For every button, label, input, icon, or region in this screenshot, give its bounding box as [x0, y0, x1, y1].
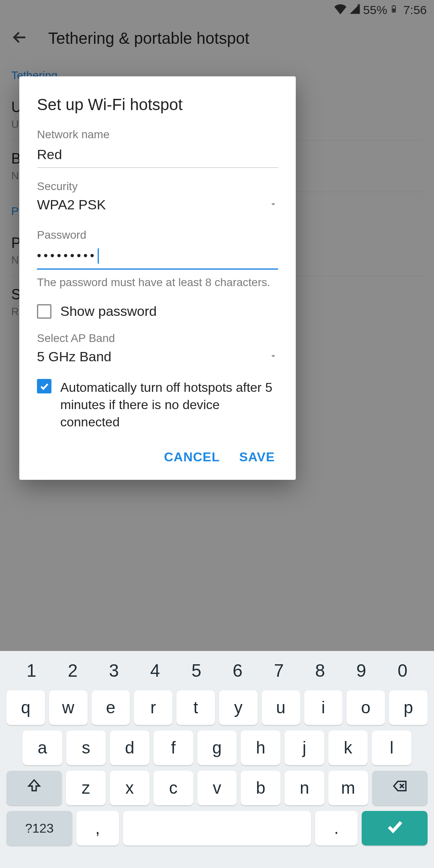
auto-off-row[interactable]: Automatically turn off hotspots after 5 … [37, 375, 278, 435]
password-field: Password ••••••••• [37, 229, 278, 270]
key-v[interactable]: v [197, 771, 237, 805]
password-value: ••••••••• [37, 249, 97, 262]
key-symbols[interactable]: ?123 [6, 811, 72, 845]
key-period[interactable]: . [315, 811, 357, 845]
password-label: Password [37, 229, 278, 242]
kb-row-bottom: ?123 , . [4, 811, 430, 845]
key-k[interactable]: k [328, 731, 368, 765]
auto-off-label: Automatically turn off hotspots after 5 … [60, 379, 278, 431]
key-j[interactable]: j [285, 731, 324, 765]
password-input[interactable]: ••••••••• [37, 243, 278, 270]
network-name-label: Network name [37, 128, 278, 141]
key-m[interactable]: m [328, 771, 368, 805]
password-hint: The password must have at least 8 charac… [37, 276, 278, 289]
key-h[interactable]: h [241, 731, 280, 765]
key-space[interactable] [123, 811, 311, 845]
backspace-icon [392, 778, 408, 798]
key-5[interactable]: 5 [178, 657, 215, 685]
key-s[interactable]: s [66, 731, 106, 765]
key-y[interactable]: y [219, 690, 258, 725]
key-0[interactable]: 0 [384, 657, 421, 685]
show-password-checkbox[interactable] [37, 304, 51, 319]
keyboard: 1 2 3 4 5 6 7 8 9 0 q w e r t y u i o p … [0, 651, 434, 868]
security-label: Security [37, 180, 278, 193]
dialog-actions: CANCEL SAVE [37, 435, 278, 469]
text-cursor [98, 248, 99, 264]
network-name-input[interactable] [37, 143, 278, 168]
key-w[interactable]: w [49, 690, 88, 725]
key-8[interactable]: 8 [301, 657, 339, 685]
key-l[interactable]: l [372, 731, 411, 765]
cancel-button[interactable]: CANCEL [164, 450, 220, 465]
auto-off-checkbox[interactable] [37, 379, 51, 393]
key-3[interactable]: 3 [95, 657, 133, 685]
key-p[interactable]: p [389, 690, 428, 725]
key-1[interactable]: 1 [13, 657, 50, 685]
key-q[interactable]: q [6, 690, 45, 725]
key-r[interactable]: r [134, 690, 172, 725]
key-t[interactable]: t [176, 690, 215, 725]
key-g[interactable]: g [197, 731, 237, 765]
chevron-down-icon [268, 351, 278, 362]
key-b[interactable]: b [241, 771, 280, 805]
key-c[interactable]: c [154, 771, 193, 805]
key-o[interactable]: o [346, 690, 385, 725]
key-x[interactable]: x [110, 771, 149, 805]
ap-band-value: 5 GHz Band [37, 349, 111, 364]
shift-icon [26, 778, 42, 798]
key-f[interactable]: f [154, 731, 193, 765]
key-u[interactable]: u [262, 690, 300, 725]
kb-row-asdf: a s d f g h j k l [4, 731, 430, 765]
kb-number-row: 1 2 3 4 5 6 7 8 9 0 [4, 657, 430, 685]
key-d[interactable]: d [110, 731, 149, 765]
hotspot-dialog: Set up Wi-Fi hotspot Network name Securi… [19, 76, 296, 480]
security-value: WPA2 PSK [37, 197, 106, 213]
chevron-down-icon [268, 199, 278, 211]
kb-row-zxcv: z x c v b n m [4, 771, 430, 805]
key-backspace[interactable] [372, 771, 428, 805]
ap-band-label: Select AP Band [37, 332, 278, 345]
key-4[interactable]: 4 [137, 657, 174, 685]
key-comma[interactable]: , [76, 811, 119, 845]
security-select[interactable]: WPA2 PSK [37, 194, 278, 217]
key-z[interactable]: z [66, 771, 106, 805]
key-shift[interactable] [6, 771, 62, 805]
key-a[interactable]: a [23, 731, 62, 765]
ap-band-select[interactable]: 5 GHz Band [37, 346, 278, 368]
key-2[interactable]: 2 [54, 657, 92, 685]
key-9[interactable]: 9 [343, 657, 380, 685]
show-password-label: Show password [60, 303, 278, 319]
key-e[interactable]: e [92, 690, 130, 725]
security-field: Security WPA2 PSK [37, 180, 278, 217]
dialog-title: Set up Wi-Fi hotspot [37, 96, 278, 114]
key-enter[interactable] [362, 811, 428, 845]
show-password-row[interactable]: Show password [37, 299, 278, 323]
ap-band-field: Select AP Band 5 GHz Band [37, 332, 278, 368]
check-icon [385, 817, 404, 840]
kb-row-qwerty: q w e r t y u i o p [4, 690, 430, 725]
key-6[interactable]: 6 [219, 657, 256, 685]
network-name-field: Network name [37, 128, 278, 168]
save-button[interactable]: SAVE [239, 450, 275, 465]
key-n[interactable]: n [285, 771, 324, 805]
key-i[interactable]: i [304, 690, 343, 725]
key-7[interactable]: 7 [260, 657, 298, 685]
